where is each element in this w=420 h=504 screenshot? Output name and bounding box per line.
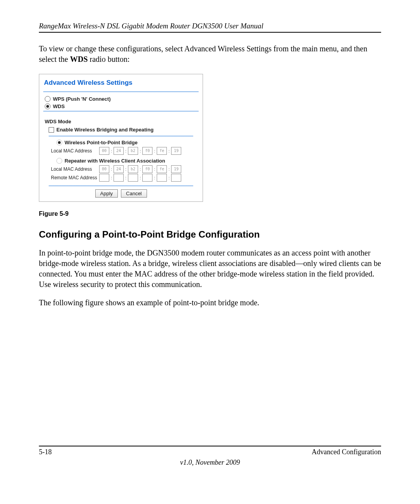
- radio-label-wps: WPS (Push 'N' Connect): [53, 96, 110, 102]
- intro-paragraph: To view or change these configurations, …: [39, 44, 381, 65]
- mac-row-local-2: Local MAC Address 00: 24: b2: f0: fe: 19: [51, 165, 197, 173]
- body-paragraph-1: In point-to-point bridge mode, the DGN35…: [39, 248, 381, 290]
- mac-octet-input[interactable]: b2: [128, 165, 138, 173]
- mac-octet-input[interactable]: f0: [142, 147, 152, 155]
- mac-octet-input[interactable]: 00: [99, 147, 109, 155]
- mac-octet-input[interactable]: 24: [114, 165, 124, 173]
- mac-octet-input[interactable]: b2: [128, 147, 138, 155]
- mac-local-label: Local MAC Address: [51, 148, 98, 154]
- option-repeater[interactable]: Repeater with Wireless Client Associatio…: [56, 158, 197, 164]
- radio-row-wps[interactable]: WPS (Push 'N' Connect): [39, 95, 203, 103]
- option-p2p-bridge[interactable]: Wireless Point-to-Point Bridge: [56, 140, 197, 145]
- radio-icon: [56, 158, 62, 164]
- mac-octet-input[interactable]: 00: [99, 165, 109, 173]
- radio-row-wds[interactable]: WDS: [39, 103, 203, 110]
- mac-octet-input[interactable]: [171, 174, 181, 182]
- option-repeater-label: Repeater with Wireless Client Associatio…: [65, 158, 165, 164]
- wds-mode-label: WDS Mode: [45, 119, 197, 124]
- mac-octet-input[interactable]: [157, 174, 167, 182]
- radio-icon-selected: [45, 103, 51, 109]
- enable-bridging-label: Enable Wireless Bridging and Repeating: [56, 127, 154, 133]
- footer-section-name: Advanced Configuration: [312, 448, 381, 456]
- enable-bridging-checkbox[interactable]: Enable Wireless Bridging and Repeating: [49, 127, 197, 133]
- mac-row-remote: Remote MAC Address : : : : :: [51, 174, 197, 182]
- panel-divider: [43, 91, 199, 92]
- section-heading: Configuring a Point-to-Point Bridge Conf…: [39, 229, 381, 240]
- radio-icon-selected: [56, 140, 62, 145]
- option-p2p-label: Wireless Point-to-Point Bridge: [65, 140, 138, 145]
- apply-button[interactable]: Apply: [95, 189, 118, 198]
- intro-text-2: radio button:: [88, 55, 130, 63]
- mac-remote-label: Remote MAC Address: [51, 175, 98, 180]
- doc-header: RangeMax Wireless-N DSL Gigabit Modem Ro…: [39, 22, 381, 33]
- mac-octet-input[interactable]: 19: [171, 147, 181, 155]
- mac-octet-input[interactable]: [128, 174, 138, 182]
- mac-octet-input[interactable]: 19: [171, 165, 181, 173]
- radio-icon: [45, 96, 51, 102]
- mac-octet-input[interactable]: fe: [157, 147, 167, 155]
- panel-divider: [43, 111, 199, 112]
- mac-row-local-1: Local MAC Address 00: 24: b2: f0: fe: 19: [51, 147, 197, 155]
- panel-divider: [49, 186, 193, 186]
- mac-octet-input[interactable]: [99, 174, 109, 182]
- checkbox-icon: [49, 127, 54, 133]
- panel-title: Advanced Wireless Settings: [39, 77, 203, 91]
- mac-octet-input[interactable]: [114, 174, 124, 182]
- mac-octet-input[interactable]: [142, 174, 152, 182]
- mac-octet-input[interactable]: f0: [142, 165, 152, 173]
- figure-caption: Figure 5-9: [39, 210, 381, 217]
- page-footer: 5-18 Advanced Configuration v1.0, Novemb…: [39, 446, 381, 467]
- panel-divider: [49, 136, 193, 136]
- mac-octet-input[interactable]: 24: [114, 147, 124, 155]
- cancel-button[interactable]: Cancel: [121, 189, 147, 198]
- footer-version: v1.0, November 2009: [39, 458, 381, 467]
- body-paragraph-2: The following figure shows an example of…: [39, 298, 381, 308]
- intro-wds-bold: WDS: [70, 55, 88, 63]
- settings-panel: Advanced Wireless Settings WPS (Push 'N'…: [39, 74, 203, 202]
- mac-local-label: Local MAC Address: [51, 166, 98, 172]
- radio-label-wds: WDS: [53, 103, 65, 109]
- mac-octet-input[interactable]: fe: [157, 165, 167, 173]
- footer-page-number: 5-18: [39, 448, 52, 456]
